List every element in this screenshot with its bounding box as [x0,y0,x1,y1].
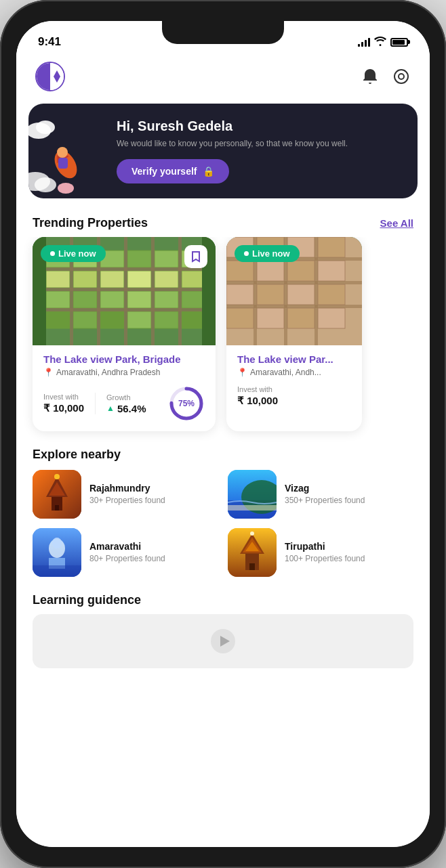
city-card-amaravathi[interactable]: Amaravathi 80+ Properties found [33,528,218,577]
svg-rect-29 [182,291,205,308]
property-location-2: 📍 Amaravathi, Andh... [237,368,351,377]
city-card-rajahmundry[interactable]: Rajahmundry 30+ Properties found [33,470,218,519]
growth-stat-1: Growth ▲ 56.4% [106,393,146,414]
svg-point-83 [52,538,62,548]
screen: 9:41 [16,21,430,847]
svg-point-3 [36,121,55,134]
phone-frame: 9:41 [0,0,446,868]
city-name-amaravathi: Amaravathi [89,541,218,552]
svg-rect-25 [73,291,97,308]
hero-subtitle: We would like to know you personally, so… [117,138,404,150]
city-name-vizag: Vizag [285,483,413,494]
city-info-rajahmundry: Rajahmundry 30+ Properties found [89,483,218,506]
properties-scroll: Live now The Lake view Park, Brigade 📍 A… [16,237,430,442]
svg-rect-57 [226,284,254,305]
svg-rect-23 [182,271,205,288]
svg-rect-62 [257,308,284,328]
city-count-rajahmundry: 30+ Properties found [89,496,218,506]
learning-placeholder [33,614,413,668]
svg-point-1 [399,74,404,79]
svg-rect-56 [318,261,345,281]
property-card-1: Live now The Lake view Park, Brigade 📍 A… [33,237,216,431]
explore-section: Explore nearby [16,442,430,588]
header [16,55,430,98]
live-badge-1: Live now [41,245,106,262]
city-thumb-rajahmundry [33,470,81,519]
city-count-tirupathi: 100+ Properties found [285,554,413,565]
svg-rect-21 [127,271,151,288]
city-thumb-amaravathi [33,528,81,577]
svg-point-6 [57,147,68,158]
svg-rect-61 [226,308,254,328]
svg-rect-31 [73,311,97,328]
invest-stat-2: Invest with ₹ 10,000 [237,385,278,407]
svg-rect-26 [100,291,124,308]
svg-rect-28 [155,291,178,308]
status-time: 9:41 [38,35,61,49]
hero-illustration [28,110,110,198]
hero-banner: Hi, Suresh Gedela We would like to know … [28,104,418,198]
battery-icon [390,38,408,47]
property-info-1: The Lake view Park, Brigade 📍 Amaravathi… [33,345,216,431]
hero-greeting: Hi, Suresh Gedela [117,118,404,134]
svg-rect-70 [315,237,318,345]
bookmark-button-1[interactable] [184,245,207,268]
svg-rect-22 [155,271,178,288]
svg-point-10 [58,183,74,194]
growth-arrow: ▲ [106,404,115,413]
city-card-tirupathi[interactable]: Tirupathi 100+ Properties found [228,528,413,577]
property-card-2: Live now The Lake view Par... 📍 Amaravat… [226,237,362,431]
learning-title: Learning guidence [33,593,141,607]
verify-button[interactable]: Verify yourself 🔒 [117,159,229,183]
city-info-vizag: Vizag 350+ Properties found [285,483,413,506]
verify-label: Verify yourself [131,166,197,177]
svg-rect-42 [151,237,155,345]
live-badge-2: Live now [235,245,300,262]
svg-rect-85 [33,565,81,577]
city-card-vizag[interactable]: Vizag 350+ Properties found [228,470,413,519]
svg-point-92 [250,531,254,536]
svg-rect-59 [287,284,315,305]
see-all-trending[interactable]: See All [380,217,413,229]
svg-rect-33 [127,311,151,328]
phone-inner: 9:41 [16,21,430,847]
app-logo[interactable] [35,62,65,91]
live-dot [50,251,55,256]
svg-rect-91 [249,563,255,570]
trending-header: Trending Properties See All [16,204,430,237]
svg-rect-7 [58,158,68,169]
svg-rect-34 [155,311,178,328]
live-dot-2 [244,251,249,256]
property-name-1: The Lake view Park, Brigade [43,353,205,365]
learning-section: Learning guidence [16,588,430,679]
chat-icon[interactable] [392,67,411,86]
property-location-1: 📍 Amaravathi, Andhra Pradesh [43,368,205,377]
svg-rect-41 [124,237,127,345]
svg-rect-27 [127,291,151,308]
hero-content: Hi, Suresh Gedela We would like to know … [117,118,404,183]
svg-rect-64 [318,308,345,328]
svg-rect-16 [155,251,178,267]
city-name-rajahmundry: Rajahmundry [89,483,218,494]
city-info-amaravathi: Amaravathi 80+ Properties found [89,541,218,565]
location-icon-1: 📍 [43,368,54,377]
svg-rect-58 [257,284,284,305]
header-actions [361,67,411,86]
city-count-amaravathi: 80+ Properties found [89,554,218,565]
svg-rect-52 [318,237,345,257]
invest-stat-1: Invest with ₹ 10,000 [43,393,84,414]
learning-header: Learning guidence [33,593,413,614]
wifi-icon [374,37,386,48]
svg-point-76 [54,474,60,479]
trending-title: Trending Properties [33,216,148,230]
notification-icon[interactable] [361,67,380,86]
svg-rect-19 [73,271,97,288]
svg-rect-35 [182,311,205,328]
svg-rect-43 [178,237,182,345]
signal-icon [358,37,370,47]
svg-rect-20 [100,271,124,288]
city-thumb-vizag [228,470,277,519]
progress-circle-1: 75% [168,385,205,422]
svg-rect-75 [55,505,59,511]
svg-rect-18 [46,271,70,288]
